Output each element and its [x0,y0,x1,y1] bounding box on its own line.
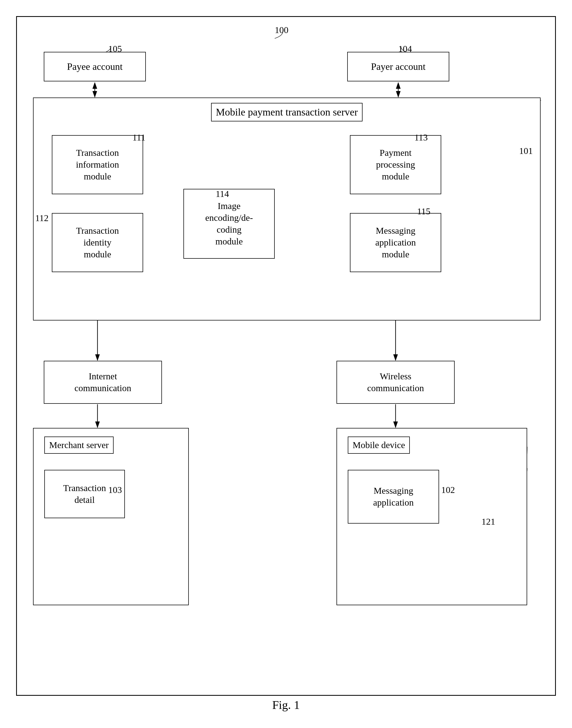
server-outer-box: Mobile payment transaction server [33,97,541,321]
label-100: 100 [275,25,288,35]
payment-proc-module-box: Paymentprocessingmodule [350,135,441,194]
txn-identity-label: Transactionidentitymodule [76,225,119,261]
server-title-label: Mobile payment transaction server [216,107,358,118]
messaging-app-label: Messagingapplication [373,485,414,509]
label-114: 114 [216,189,229,199]
messaging-app-box: Messagingapplication [348,470,439,524]
payee-account-label: Payee account [67,60,123,73]
payer-account-label: Payer account [371,60,426,73]
label-104: 104 [398,44,412,54]
fig-caption: Fig. 1 [0,698,572,712]
label-121: 121 [482,517,495,527]
wireless-comm-box: Wirelesscommunication [337,361,455,404]
merchant-server-label: Merchant server [49,440,109,450]
server-title: Mobile payment transaction server [211,103,363,121]
image-enc-module-box: Imageencoding/de-codingmodule [184,189,275,259]
mobile-device-inner: Mobile device [348,437,410,454]
payment-proc-label: Paymentprocessingmodule [376,147,415,183]
mobile-device-outer-box: Mobile device Messagingapplication [337,428,527,605]
txn-info-module-box: Transactioninformationmodule [52,135,143,194]
label-115: 115 [417,206,430,216]
payee-account-box: Payee account [44,52,146,81]
label-103: 103 [108,485,122,495]
messaging-app-module-label: Messagingapplicationmodule [375,225,416,261]
payer-account-box: Payer account [347,52,449,81]
label-105: 105 [108,44,122,54]
label-113: 113 [414,132,428,143]
wireless-comm-label: Wirelesscommunication [367,371,424,394]
label-101: 101 [519,146,533,156]
txn-detail-label: Transactiondetail [63,482,106,506]
internet-comm-label: Internetcommunication [74,371,131,394]
image-enc-label: Imageencoding/de-codingmodule [205,200,253,248]
internet-comm-box: Internetcommunication [44,361,162,404]
label-111: 111 [132,132,145,143]
label-102: 102 [441,485,455,495]
txn-info-label: Transactioninformationmodule [76,147,119,183]
merchant-server-inner: Merchant server [44,437,114,454]
messaging-app-module-box: Messagingapplicationmodule [350,213,441,272]
merchant-server-outer-box: Merchant server Transactiondetail [33,428,189,605]
mobile-device-label: Mobile device [353,440,405,450]
txn-identity-module-box: Transactionidentitymodule [52,213,143,272]
diagram-container: 100 Payee account 105 Payer account 104 … [16,16,556,696]
label-112: 112 [35,213,49,223]
